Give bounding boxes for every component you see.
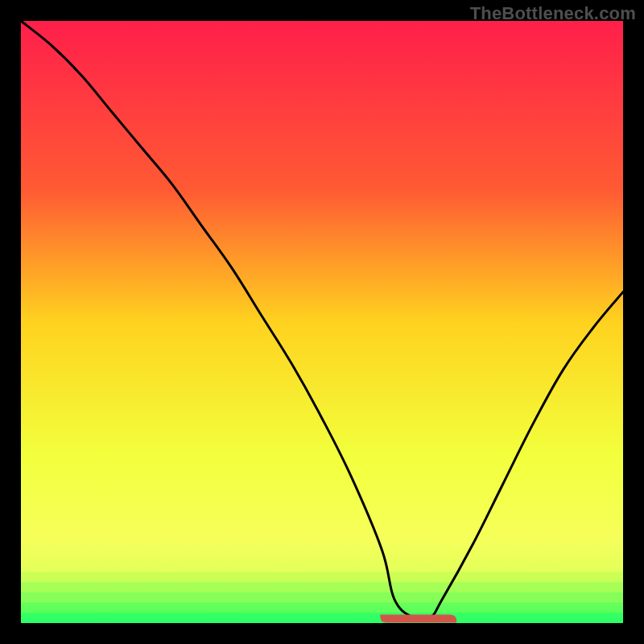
svg-rect-0 xyxy=(21,572,623,582)
svg-rect-1 xyxy=(21,582,623,592)
watermark-text: TheBottleneck.com xyxy=(470,3,636,24)
svg-rect-4 xyxy=(21,613,623,623)
bottleneck-chart xyxy=(0,0,644,644)
optimal-zone-marker xyxy=(382,617,455,621)
lower-banding xyxy=(21,572,623,623)
svg-rect-2 xyxy=(21,592,623,603)
chart-frame: TheBottleneck.com xyxy=(0,0,644,644)
svg-rect-3 xyxy=(21,603,623,613)
